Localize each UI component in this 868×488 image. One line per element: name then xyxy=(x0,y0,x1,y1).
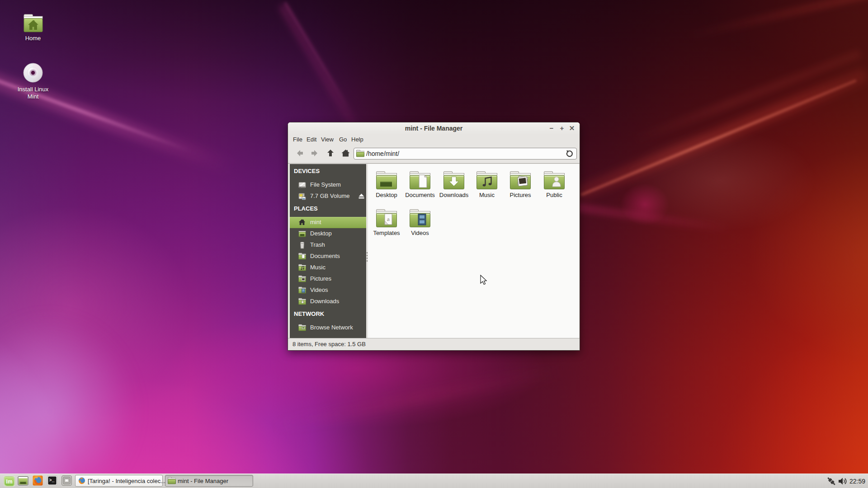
svg-text:a: a xyxy=(387,216,390,222)
svg-text:lm: lm xyxy=(6,479,13,485)
svg-text:>_: >_ xyxy=(49,478,55,483)
